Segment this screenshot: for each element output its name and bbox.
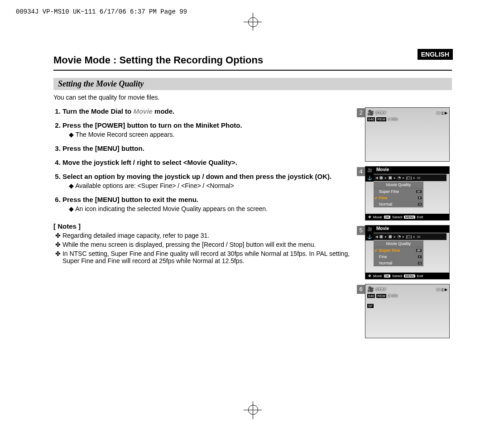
anchor-icon: ⚓ [367, 176, 372, 180]
figure-4: 4 🎥⚓ Movie ◀ ▦▸ ▩▸ ◔▸ [▢]▸ ▭ Movie Quali… [357, 166, 452, 221]
divider [53, 70, 452, 71]
figure-number: 6 [357, 285, 365, 294]
menu-tab-icon: ▩ [389, 176, 392, 180]
option-fine: ✔FineF [374, 195, 423, 201]
select-label: Select [392, 274, 402, 278]
ok-label: OK [384, 216, 391, 219]
menu-tab-icon: [▢] [406, 235, 412, 239]
dpad-icon: ✥ [368, 215, 371, 219]
dpad-icon: ✥ [368, 274, 371, 278]
move-label: Move [373, 215, 382, 219]
step-text: Move the joystick left / right to select… [62, 158, 237, 166]
print-header: 00934J VP-MS10 UK~111 6/17/06 6:37 PM Pa… [16, 8, 187, 15]
step-2: Press the [POWER] button to turn on the … [62, 121, 352, 138]
substep: An icon indicating the selected Movie Qu… [69, 205, 352, 212]
figure-2: 2 🎥 STBY IN ▯ ▶ 640 REM 4 Min [357, 107, 452, 162]
select-label: Select [392, 215, 402, 219]
step-5: Select an option by moving the joystick … [62, 173, 352, 189]
option-super-fine: ✔Super FineSF [374, 247, 423, 254]
play-icon: ▶ [445, 288, 447, 292]
step-1: Turn the Mode Dial to Movie mode. [62, 107, 352, 115]
check-icon: ✔ [374, 249, 378, 253]
quality-badge: SF [367, 304, 374, 308]
standby-label: STBY [375, 110, 386, 115]
mode-icon: 🎥 [367, 168, 372, 173]
intro-text: You can set the quality for movie files. [53, 94, 452, 101]
menu-tab-icon: ▭ [417, 176, 421, 180]
section-subtitle: Setting the Movie Quality [53, 78, 452, 90]
step-3: Press the [MENU] button. [62, 144, 352, 152]
option-normal: NormalN [374, 201, 423, 207]
page-title: Movie Mode : Setting the Recording Optio… [53, 54, 452, 66]
exit-label: Exit [417, 215, 423, 219]
menu-tab-icon: ◔ [398, 235, 401, 239]
menu-title: Movie [376, 167, 389, 172]
crop-mark-icon [253, 13, 253, 31]
play-icon: ▶ [445, 111, 447, 115]
menu-label: MENU [404, 216, 415, 219]
option-normal: NormalN [374, 260, 423, 266]
note-item: While the menu screen is displayed, pres… [55, 241, 352, 248]
movie-icon: 🎥 [367, 286, 374, 293]
figure-number: 4 [357, 167, 365, 176]
figure-6: 6 🎥 STBY IN ▯ ▶ 640 REM 2 Min [357, 284, 452, 338]
rem-time: 4 Min [388, 117, 398, 121]
exit-label: Exit [417, 274, 423, 278]
resolution-badge: 640 [367, 117, 375, 121]
substep: The Movie Record screen appears. [69, 131, 352, 138]
anchor-icon: ⚓ [367, 235, 372, 239]
step-text: Press the [MENU] button to exit the menu… [62, 196, 198, 203]
crop-mark-icon [253, 401, 253, 419]
resolution-badge: 640 [367, 294, 375, 298]
menu-tab-icon: ▩ [389, 235, 392, 239]
movie-icon: 🎥 [367, 110, 374, 116]
rem-label: REM [376, 117, 386, 121]
step-text: Turn the Mode Dial to [62, 107, 133, 115]
storage-indicator: IN [437, 111, 440, 115]
note-item: Regarding detailed image capacity, refer… [55, 232, 352, 239]
menu-tab-icon: ◔ [398, 176, 401, 180]
note-item: In NTSC setting, Super Fine and Fine qua… [55, 250, 352, 264]
menu-tab-icon: [▢] [406, 176, 412, 180]
arrow-left-icon: ◀ [375, 176, 378, 180]
menu-tab-icon: ▦ [379, 235, 383, 239]
panel-title: Movie Quality [374, 182, 423, 188]
card-icon: ▯ [442, 288, 443, 292]
menu-title: Movie [376, 226, 389, 231]
figure-5: 5 🎥⚓ Movie ◀ ▦▸ ▩▸ ◔▸ [▢]▸ ▭ Movie Quali… [357, 225, 452, 279]
option-super-fine: Super FineSF [374, 188, 423, 195]
check-icon: ✔ [374, 196, 378, 200]
arrow-left-icon: ◀ [375, 235, 378, 239]
step-text: Press the [MENU] button. [62, 144, 144, 152]
notes-heading: [ Notes ] [53, 222, 352, 230]
panel-title: Movie Quality [374, 240, 423, 247]
move-label: Move [373, 274, 382, 278]
menu-tab-icon: ▦ [379, 176, 383, 180]
step-6: Press the [MENU] button to exit the menu… [62, 196, 352, 212]
ok-label: OK [384, 274, 391, 278]
crop-mark-icon [248, 17, 258, 27]
step-text: Select an option by moving the joystick … [62, 173, 331, 180]
step-text: Press the [POWER] button to turn on the … [62, 121, 242, 129]
step-4: Move the joystick left / right to select… [62, 158, 352, 166]
figure-number: 2 [357, 108, 365, 117]
figure-number: 5 [357, 226, 365, 235]
language-badge: ENGLISH [418, 49, 453, 60]
mode-icon: 🎥 [367, 227, 372, 231]
option-fine: FineF [374, 254, 423, 260]
step-text: mode. [153, 107, 174, 115]
rem-time: 2 Min [388, 293, 398, 298]
rem-label: REM [376, 294, 386, 298]
mode-word: Movie [133, 107, 153, 115]
card-icon: ▯ [442, 111, 443, 115]
storage-indicator: IN [437, 288, 440, 292]
menu-tab-icon: ▭ [417, 235, 421, 239]
standby-label: STBY [375, 287, 386, 292]
menu-label: MENU [404, 274, 415, 278]
substep: Available options are: <Super Fine> / <F… [69, 182, 352, 189]
